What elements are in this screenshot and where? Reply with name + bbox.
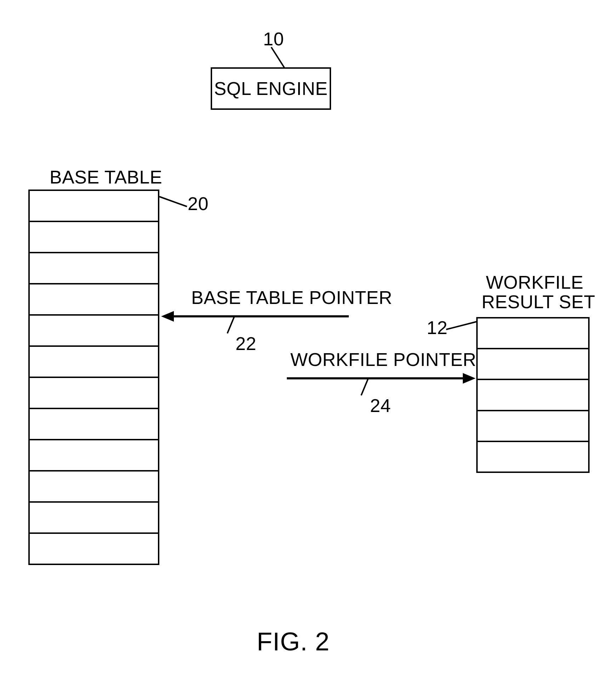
table-row [30, 534, 158, 564]
svg-line-1 [159, 197, 187, 207]
base-table-pointer-ref: 22 [235, 333, 256, 354]
table-row [30, 503, 158, 534]
table-row [30, 191, 158, 222]
svg-line-5 [446, 322, 477, 329]
table-row [30, 378, 158, 409]
diagram-canvas: 10 SQL ENGINE BASE TABLE 20 BASE TABLE P… [0, 0, 614, 700]
base-table-pointer-label: BASE TABLE POINTER [191, 287, 392, 308]
base-table-ref: 20 [188, 193, 209, 214]
base-table-pointer-arrow [161, 310, 349, 324]
workfile-ref-leader [446, 322, 477, 334]
svg-line-8 [361, 378, 368, 395]
svg-line-0 [271, 47, 284, 68]
svg-marker-3 [161, 311, 174, 322]
sql-engine-leader [270, 47, 284, 68]
table-row [478, 349, 588, 380]
sql-engine-label: SQL ENGINE [214, 78, 328, 99]
table-row [30, 347, 158, 378]
table-row [478, 380, 588, 411]
workfile-pointer-ref: 24 [370, 395, 391, 416]
table-row [478, 318, 588, 349]
figure-caption: FIG. 2 [257, 627, 330, 656]
workfile-title: WORKFILE RESULT SET [482, 273, 588, 311]
workfile-ref: 12 [427, 317, 448, 338]
base-table-leader [159, 197, 188, 211]
workfile-pointer-label: WORKFILE POINTER [290, 349, 476, 370]
table-row [30, 409, 158, 440]
svg-line-4 [227, 316, 234, 333]
table-row [30, 472, 158, 503]
table-row [30, 253, 158, 284]
workfile-result-set [476, 317, 590, 473]
svg-marker-7 [463, 373, 476, 384]
workfile-pointer-arrow [287, 372, 476, 386]
sql-engine-ref: 10 [263, 28, 284, 50]
workfile-pointer-ref-leader [361, 378, 375, 396]
base-table-title: BASE TABLE [50, 166, 162, 188]
table-row [30, 440, 158, 472]
table-row [30, 284, 158, 316]
table-row [478, 411, 588, 442]
table-row [30, 316, 158, 347]
table-row [478, 442, 588, 472]
table-row [30, 222, 158, 253]
base-table-pointer-ref-leader [227, 316, 241, 334]
base-table [28, 190, 159, 565]
sql-engine-box: SQL ENGINE [211, 67, 331, 110]
